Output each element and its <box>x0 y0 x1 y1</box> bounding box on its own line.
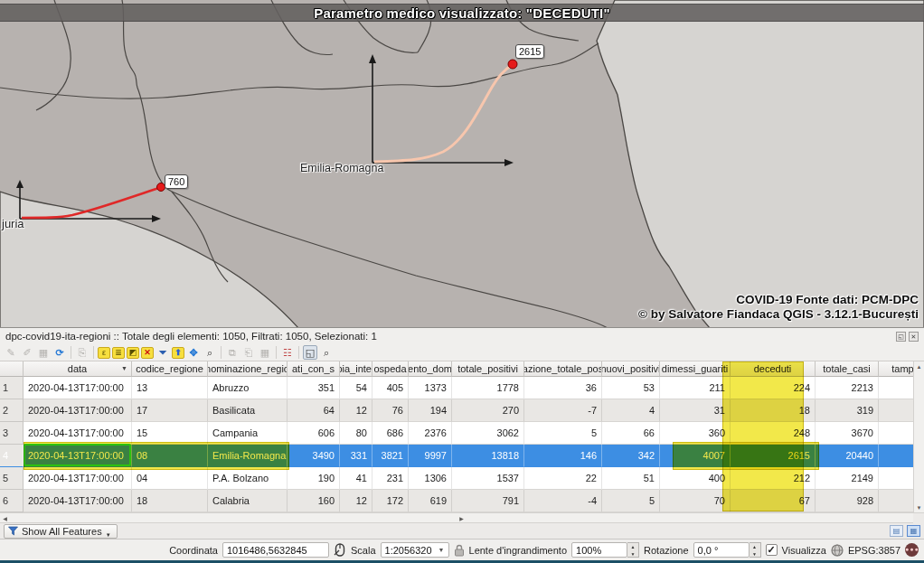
horizontal-scrollbar[interactable]: ◀ ▶ <box>0 512 924 522</box>
table-cell[interactable]: 791 <box>452 490 524 512</box>
column-header-rownum[interactable] <box>0 361 24 377</box>
table-cell[interactable]: -4 <box>524 490 602 512</box>
table-cell[interactable]: 342 <box>602 445 660 467</box>
row-number[interactable]: 2 <box>0 399 24 422</box>
table-cell[interactable]: 2020-04-13T17:00:00 <box>24 490 132 512</box>
scroll-down-icon[interactable]: ▼ <box>914 502 924 512</box>
lock-scale-icon[interactable] <box>454 544 465 557</box>
table-cell[interactable]: 2376 <box>409 422 452 445</box>
column-header-ati_con_s[interactable]: ati_con_s <box>288 361 340 377</box>
filter-select-form-icon[interactable]: ⏷ <box>156 345 170 360</box>
move-selection-top-icon[interactable]: ⬆ <box>172 347 184 359</box>
table-cell[interactable]: 190 <box>288 467 340 490</box>
select-all-icon[interactable]: ≣ <box>112 347 125 359</box>
column-header-ento_dom[interactable]: ento_dom <box>409 361 452 377</box>
table-cell[interactable]: 3490 <box>288 445 340 467</box>
column-header-azione_totale_pos[interactable]: azione_totale_pos <box>524 361 602 377</box>
table-cell[interactable]: 3062 <box>452 422 524 445</box>
table-cell[interactable]: 928 <box>816 490 879 512</box>
table-cell[interactable]: Basilicata <box>208 399 288 422</box>
table-cell[interactable]: 12 <box>340 399 372 422</box>
rotation-input[interactable]: 0,0 ° <box>693 542 750 558</box>
table-cell[interactable]: 54 <box>340 377 372 399</box>
table-cell[interactable]: 2020-04-13T17:00:00 <box>24 399 132 422</box>
table-view-icon[interactable]: ▦ <box>907 525 920 537</box>
table-cell[interactable]: 619 <box>409 490 452 512</box>
magnifier-input[interactable]: 100% <box>571 542 627 558</box>
table-cell[interactable]: 194 <box>409 399 452 422</box>
table-cell[interactable]: 04 <box>132 467 208 490</box>
table-cell[interactable]: 12 <box>340 490 372 512</box>
spin-down-icon[interactable]: ▼ <box>750 550 760 558</box>
column-header-totale_positivi[interactable]: totale_positivi <box>452 361 524 377</box>
table-cell[interactable] <box>879 422 913 445</box>
column-header-totale_casi[interactable]: totale_casi <box>816 361 879 377</box>
rotation-spinner[interactable]: ▲ ▼ <box>750 542 761 558</box>
table-cell[interactable]: 22 <box>524 467 602 490</box>
column-header-data[interactable]: data▼ <box>24 361 132 377</box>
table-cell[interactable]: 606 <box>288 422 340 445</box>
table-cell[interactable]: 3670 <box>816 422 879 445</box>
table-cell[interactable]: 2213 <box>816 377 879 399</box>
table-cell[interactable]: Abruzzo <box>208 377 288 399</box>
column-header-dimessi_guariti[interactable]: dimessi_guariti <box>660 361 731 377</box>
table-cell[interactable]: 3821 <box>372 445 409 467</box>
table-cell[interactable]: 20440 <box>816 445 879 467</box>
table-cell[interactable]: 211 <box>660 377 731 399</box>
conditional-formatting-icon[interactable]: ☷ <box>280 345 295 360</box>
crs-globe-icon[interactable] <box>831 544 844 557</box>
table-cell[interactable] <box>879 490 913 512</box>
table-cell[interactable]: 70 <box>660 490 731 512</box>
vertical-scrollbar[interactable]: ▲ ▼ <box>913 361 924 512</box>
coordinate-input[interactable]: 1016486,5632845 <box>222 542 329 558</box>
table-cell[interactable]: 2149 <box>816 467 879 490</box>
column-header-ospeda[interactable]: ospeda <box>372 361 409 377</box>
table-cell[interactable]: 1306 <box>409 467 452 490</box>
invert-selection-icon[interactable]: ◩ <box>127 347 139 359</box>
table-cell[interactable]: 686 <box>372 422 409 445</box>
table-cell[interactable]: 4 <box>602 399 660 422</box>
table-cell[interactable] <box>879 467 913 490</box>
scroll-up-icon[interactable]: ▲ <box>914 361 924 371</box>
spin-down-icon[interactable]: ▼ <box>627 550 638 558</box>
table-cell[interactable]: 13818 <box>452 445 524 467</box>
table-cell[interactable]: Calabria <box>208 490 288 512</box>
row-number[interactable]: 1 <box>0 377 24 399</box>
row-number[interactable]: 6 <box>0 490 24 512</box>
scroll-left-icon[interactable]: ◀ <box>0 513 10 523</box>
reload-icon[interactable]: ⟳ <box>52 345 67 360</box>
table-cell[interactable]: 80 <box>340 422 372 445</box>
search-widget-icon[interactable]: ⌕ <box>319 345 334 360</box>
table-cell[interactable]: 64 <box>288 399 340 422</box>
table-cell[interactable]: 331 <box>340 445 372 467</box>
table-cell[interactable]: 13 <box>132 377 208 399</box>
table-cell[interactable]: 172 <box>372 490 409 512</box>
table-cell[interactable]: 36 <box>524 377 602 399</box>
table-cell[interactable]: P.A. Bolzano <box>208 467 288 490</box>
spin-up-icon[interactable]: ▲ <box>627 543 638 550</box>
deselect-all-icon[interactable]: ✕ <box>141 347 154 359</box>
form-view-icon[interactable]: ▤ <box>890 525 903 537</box>
multi-edit-icon[interactable]: ✐ <box>20 345 34 360</box>
table-cell[interactable]: 51 <box>602 467 660 490</box>
table-cell[interactable]: 231 <box>372 467 409 490</box>
table-cell[interactable]: 18 <box>132 490 208 512</box>
messages-icon[interactable]: ●●● <box>905 543 919 557</box>
table-cell[interactable]: 53 <box>602 377 660 399</box>
scale-combobox[interactable]: 1:2056320 ▼ <box>381 542 449 558</box>
pan-to-selection-icon[interactable]: ✥ <box>186 345 201 360</box>
table-cell[interactable]: 66 <box>602 422 660 445</box>
row-number[interactable]: 5 <box>0 467 24 490</box>
table-cell[interactable]: 31 <box>660 399 731 422</box>
table-cell[interactable] <box>879 445 913 467</box>
column-header-nominazione_regio[interactable]: nominazione_regio <box>208 361 288 377</box>
table-cell[interactable]: 5 <box>602 490 660 512</box>
table-cell[interactable]: 41 <box>340 467 372 490</box>
table-cell[interactable]: 5 <box>524 422 602 445</box>
close-panel-icon[interactable]: ✕ <box>909 332 919 342</box>
table-cell[interactable]: 2020-04-13T17:00:00 <box>24 377 132 399</box>
mouse-extents-icon[interactable] <box>334 543 346 557</box>
table-cell[interactable]: 160 <box>288 490 340 512</box>
copy-icon[interactable]: ⧉ <box>225 345 240 360</box>
table-cell[interactable]: 319 <box>816 399 879 422</box>
